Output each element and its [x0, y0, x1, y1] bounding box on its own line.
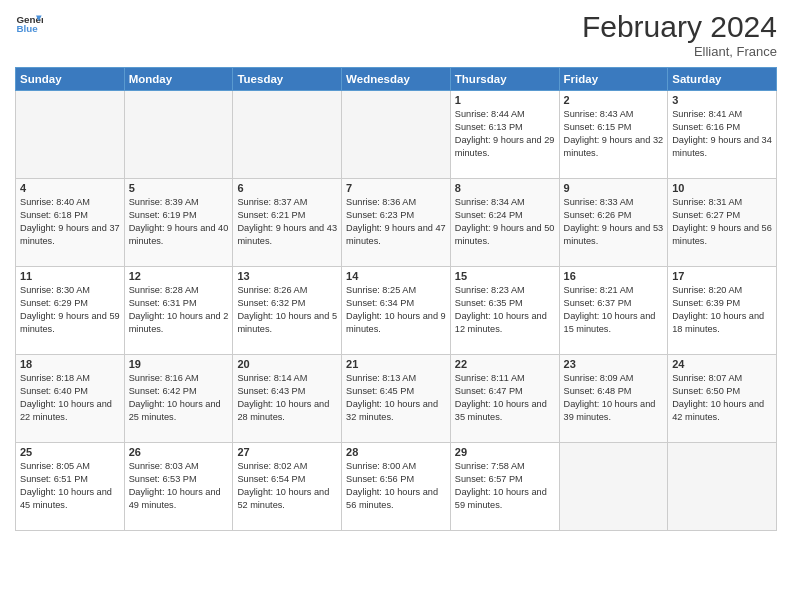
day-header-saturday: Saturday [668, 68, 777, 91]
day-number: 4 [20, 182, 120, 194]
day-number: 11 [20, 270, 120, 282]
day-number: 1 [455, 94, 555, 106]
cell-daylight-info: Sunrise: 8:20 AM Sunset: 6:39 PM Dayligh… [672, 284, 772, 336]
day-number: 19 [129, 358, 229, 370]
day-header-monday: Monday [124, 68, 233, 91]
calendar-cell: 4Sunrise: 8:40 AM Sunset: 6:18 PM Daylig… [16, 179, 125, 267]
calendar-cell: 17Sunrise: 8:20 AM Sunset: 6:39 PM Dayli… [668, 267, 777, 355]
calendar-cell: 18Sunrise: 8:18 AM Sunset: 6:40 PM Dayli… [16, 355, 125, 443]
calendar-cell: 15Sunrise: 8:23 AM Sunset: 6:35 PM Dayli… [450, 267, 559, 355]
day-number: 18 [20, 358, 120, 370]
day-header-friday: Friday [559, 68, 668, 91]
logo-icon: General Blue [15, 10, 43, 38]
day-number: 22 [455, 358, 555, 370]
logo: General Blue [15, 10, 43, 38]
title-block: February 2024 Elliant, France [582, 10, 777, 59]
day-header-tuesday: Tuesday [233, 68, 342, 91]
day-number: 12 [129, 270, 229, 282]
calendar-cell: 2Sunrise: 8:43 AM Sunset: 6:15 PM Daylig… [559, 91, 668, 179]
calendar-cell: 6Sunrise: 8:37 AM Sunset: 6:21 PM Daylig… [233, 179, 342, 267]
calendar-cell: 3Sunrise: 8:41 AM Sunset: 6:16 PM Daylig… [668, 91, 777, 179]
cell-daylight-info: Sunrise: 8:00 AM Sunset: 6:56 PM Dayligh… [346, 460, 446, 512]
day-number: 16 [564, 270, 664, 282]
day-number: 8 [455, 182, 555, 194]
calendar-cell: 8Sunrise: 8:34 AM Sunset: 6:24 PM Daylig… [450, 179, 559, 267]
day-number: 24 [672, 358, 772, 370]
location-subtitle: Elliant, France [582, 44, 777, 59]
cell-daylight-info: Sunrise: 8:39 AM Sunset: 6:19 PM Dayligh… [129, 196, 229, 248]
calendar-cell: 1Sunrise: 8:44 AM Sunset: 6:13 PM Daylig… [450, 91, 559, 179]
day-number: 27 [237, 446, 337, 458]
cell-daylight-info: Sunrise: 8:34 AM Sunset: 6:24 PM Dayligh… [455, 196, 555, 248]
cell-daylight-info: Sunrise: 8:28 AM Sunset: 6:31 PM Dayligh… [129, 284, 229, 336]
calendar-cell: 11Sunrise: 8:30 AM Sunset: 6:29 PM Dayli… [16, 267, 125, 355]
cell-daylight-info: Sunrise: 8:37 AM Sunset: 6:21 PM Dayligh… [237, 196, 337, 248]
calendar-cell: 14Sunrise: 8:25 AM Sunset: 6:34 PM Dayli… [342, 267, 451, 355]
calendar-cell: 24Sunrise: 8:07 AM Sunset: 6:50 PM Dayli… [668, 355, 777, 443]
calendar-header-row: SundayMondayTuesdayWednesdayThursdayFrid… [16, 68, 777, 91]
calendar-cell [233, 91, 342, 179]
cell-daylight-info: Sunrise: 8:23 AM Sunset: 6:35 PM Dayligh… [455, 284, 555, 336]
cell-daylight-info: Sunrise: 8:18 AM Sunset: 6:40 PM Dayligh… [20, 372, 120, 424]
cell-daylight-info: Sunrise: 8:40 AM Sunset: 6:18 PM Dayligh… [20, 196, 120, 248]
calendar-table: SundayMondayTuesdayWednesdayThursdayFrid… [15, 67, 777, 531]
day-header-thursday: Thursday [450, 68, 559, 91]
calendar-cell: 26Sunrise: 8:03 AM Sunset: 6:53 PM Dayli… [124, 443, 233, 531]
day-number: 13 [237, 270, 337, 282]
calendar-cell: 25Sunrise: 8:05 AM Sunset: 6:51 PM Dayli… [16, 443, 125, 531]
calendar-cell: 5Sunrise: 8:39 AM Sunset: 6:19 PM Daylig… [124, 179, 233, 267]
calendar-cell [124, 91, 233, 179]
calendar-week-row: 11Sunrise: 8:30 AM Sunset: 6:29 PM Dayli… [16, 267, 777, 355]
cell-daylight-info: Sunrise: 8:05 AM Sunset: 6:51 PM Dayligh… [20, 460, 120, 512]
day-number: 23 [564, 358, 664, 370]
day-number: 20 [237, 358, 337, 370]
day-number: 6 [237, 182, 337, 194]
calendar-cell: 12Sunrise: 8:28 AM Sunset: 6:31 PM Dayli… [124, 267, 233, 355]
calendar-cell: 19Sunrise: 8:16 AM Sunset: 6:42 PM Dayli… [124, 355, 233, 443]
cell-daylight-info: Sunrise: 7:58 AM Sunset: 6:57 PM Dayligh… [455, 460, 555, 512]
calendar-week-row: 18Sunrise: 8:18 AM Sunset: 6:40 PM Dayli… [16, 355, 777, 443]
day-header-wednesday: Wednesday [342, 68, 451, 91]
day-number: 10 [672, 182, 772, 194]
day-number: 29 [455, 446, 555, 458]
day-number: 25 [20, 446, 120, 458]
cell-daylight-info: Sunrise: 8:21 AM Sunset: 6:37 PM Dayligh… [564, 284, 664, 336]
cell-daylight-info: Sunrise: 8:14 AM Sunset: 6:43 PM Dayligh… [237, 372, 337, 424]
cell-daylight-info: Sunrise: 8:33 AM Sunset: 6:26 PM Dayligh… [564, 196, 664, 248]
calendar-week-row: 1Sunrise: 8:44 AM Sunset: 6:13 PM Daylig… [16, 91, 777, 179]
calendar-cell: 10Sunrise: 8:31 AM Sunset: 6:27 PM Dayli… [668, 179, 777, 267]
calendar-week-row: 4Sunrise: 8:40 AM Sunset: 6:18 PM Daylig… [16, 179, 777, 267]
cell-daylight-info: Sunrise: 8:07 AM Sunset: 6:50 PM Dayligh… [672, 372, 772, 424]
cell-daylight-info: Sunrise: 8:30 AM Sunset: 6:29 PM Dayligh… [20, 284, 120, 336]
calendar-cell [342, 91, 451, 179]
calendar-cell [668, 443, 777, 531]
calendar-cell [16, 91, 125, 179]
day-number: 9 [564, 182, 664, 194]
month-year-title: February 2024 [582, 10, 777, 44]
calendar-body: 1Sunrise: 8:44 AM Sunset: 6:13 PM Daylig… [16, 91, 777, 531]
cell-daylight-info: Sunrise: 8:11 AM Sunset: 6:47 PM Dayligh… [455, 372, 555, 424]
cell-daylight-info: Sunrise: 8:36 AM Sunset: 6:23 PM Dayligh… [346, 196, 446, 248]
cell-daylight-info: Sunrise: 8:43 AM Sunset: 6:15 PM Dayligh… [564, 108, 664, 160]
calendar-cell [559, 443, 668, 531]
day-header-sunday: Sunday [16, 68, 125, 91]
calendar-cell: 29Sunrise: 7:58 AM Sunset: 6:57 PM Dayli… [450, 443, 559, 531]
day-number: 21 [346, 358, 446, 370]
page-header: General Blue February 2024 Elliant, Fran… [15, 10, 777, 59]
cell-daylight-info: Sunrise: 8:26 AM Sunset: 6:32 PM Dayligh… [237, 284, 337, 336]
cell-daylight-info: Sunrise: 8:09 AM Sunset: 6:48 PM Dayligh… [564, 372, 664, 424]
day-number: 26 [129, 446, 229, 458]
cell-daylight-info: Sunrise: 8:25 AM Sunset: 6:34 PM Dayligh… [346, 284, 446, 336]
day-number: 14 [346, 270, 446, 282]
calendar-cell: 7Sunrise: 8:36 AM Sunset: 6:23 PM Daylig… [342, 179, 451, 267]
day-number: 7 [346, 182, 446, 194]
calendar-cell: 28Sunrise: 8:00 AM Sunset: 6:56 PM Dayli… [342, 443, 451, 531]
cell-daylight-info: Sunrise: 8:13 AM Sunset: 6:45 PM Dayligh… [346, 372, 446, 424]
cell-daylight-info: Sunrise: 8:16 AM Sunset: 6:42 PM Dayligh… [129, 372, 229, 424]
cell-daylight-info: Sunrise: 8:03 AM Sunset: 6:53 PM Dayligh… [129, 460, 229, 512]
calendar-week-row: 25Sunrise: 8:05 AM Sunset: 6:51 PM Dayli… [16, 443, 777, 531]
cell-daylight-info: Sunrise: 8:31 AM Sunset: 6:27 PM Dayligh… [672, 196, 772, 248]
calendar-cell: 27Sunrise: 8:02 AM Sunset: 6:54 PM Dayli… [233, 443, 342, 531]
calendar-cell: 9Sunrise: 8:33 AM Sunset: 6:26 PM Daylig… [559, 179, 668, 267]
day-number: 15 [455, 270, 555, 282]
